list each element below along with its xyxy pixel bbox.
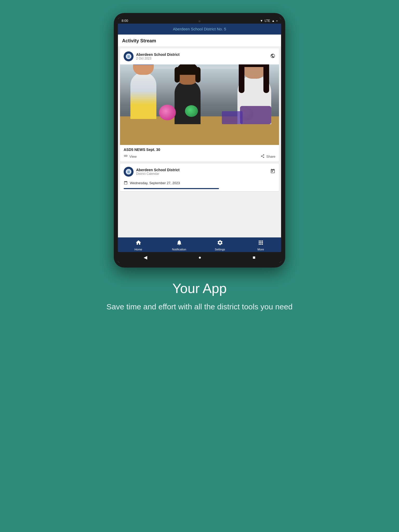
scene bbox=[120, 64, 279, 145]
bottom-title: Your App bbox=[107, 281, 293, 296]
post1-avatar bbox=[124, 51, 134, 61]
bottom-nav: Home Notification Settings bbox=[118, 237, 281, 252]
post2-event-row: Wednesday, September 27, 2023 bbox=[120, 180, 279, 186]
post2-org: Aberdeen School District bbox=[136, 168, 268, 172]
link-icon bbox=[124, 154, 128, 159]
back-button[interactable]: ◀ bbox=[144, 255, 147, 260]
post-card-1: Aberdeen School District 2 Oct 2023 bbox=[120, 48, 279, 162]
android-nav: ◀ ● ■ bbox=[118, 252, 281, 263]
signal-icon: ▲ bbox=[272, 19, 275, 23]
app-title: Aberdeen School District No. 5 bbox=[173, 27, 226, 31]
post2-meta: Aberdeen School District District Calend… bbox=[136, 168, 268, 176]
view-label: View bbox=[129, 155, 137, 158]
post1-date: 2 Oct 2023 bbox=[136, 57, 268, 60]
time-display: 8:00 bbox=[122, 19, 128, 23]
nav-more[interactable]: More bbox=[240, 240, 281, 251]
nav-notification[interactable]: Notification bbox=[159, 240, 200, 251]
post1-org: Aberdeen School District bbox=[136, 52, 268, 57]
nav-home[interactable]: Home bbox=[118, 240, 159, 251]
wifi-icon: ▼ bbox=[260, 19, 263, 23]
post1-image bbox=[120, 64, 279, 145]
notification-label: Notification bbox=[172, 248, 186, 251]
post2-header: Aberdeen School District District Calend… bbox=[120, 164, 279, 180]
share-button[interactable]: Share bbox=[261, 154, 275, 159]
post2-avatar bbox=[124, 167, 134, 177]
globe-icon bbox=[270, 53, 275, 58]
share-icon bbox=[261, 154, 265, 159]
tablet-frame: 8:00 ▼ LTE ▲ ▪ Aberdeen School District … bbox=[114, 13, 285, 268]
post1-header: Aberdeen School District 2 Oct 2023 bbox=[120, 48, 279, 64]
content-area: Activity Stream Aberdeen School Distri bbox=[118, 35, 281, 237]
tablet-screen: 8:00 ▼ LTE ▲ ▪ Aberdeen School District … bbox=[118, 18, 281, 263]
post2-calendar-icon bbox=[270, 169, 275, 175]
post1-actions: View Share bbox=[124, 154, 275, 159]
nav-settings[interactable]: Settings bbox=[200, 240, 240, 251]
post-card-2: Aberdeen School District District Calend… bbox=[120, 164, 279, 191]
bottom-section: Your App Save time and effort with all t… bbox=[81, 281, 319, 312]
post2-sub: District Calendar bbox=[136, 172, 268, 176]
view-button[interactable]: View bbox=[124, 154, 137, 159]
feed: Aberdeen School District 2 Oct 2023 bbox=[118, 46, 281, 237]
more-label: More bbox=[257, 248, 264, 251]
post2-event-date: Wednesday, September 27, 2023 bbox=[130, 181, 180, 185]
home-label: Home bbox=[135, 248, 142, 251]
activity-stream-heading: Activity Stream bbox=[118, 35, 281, 46]
post1-type-icon bbox=[270, 53, 275, 60]
notification-icon bbox=[176, 240, 182, 247]
home-icon bbox=[135, 240, 142, 247]
post1-title: ASD5 NEWS Sept. 30 bbox=[124, 148, 275, 152]
recents-button[interactable]: ■ bbox=[252, 255, 255, 260]
calendar-mini-icon bbox=[124, 181, 128, 185]
lte-label: LTE bbox=[265, 19, 270, 23]
post1-meta: Aberdeen School District 2 Oct 2023 bbox=[136, 52, 268, 60]
settings-label: Settings bbox=[215, 248, 225, 251]
camera bbox=[198, 20, 201, 22]
bottom-subtitle: Save time and effort with all the distri… bbox=[107, 301, 293, 312]
app-header: Aberdeen School District No. 5 bbox=[118, 24, 281, 35]
post1-footer: ASD5 NEWS Sept. 30 View bbox=[120, 145, 279, 162]
more-icon bbox=[258, 240, 264, 247]
school-icon bbox=[125, 53, 132, 60]
home-button[interactable]: ● bbox=[198, 255, 201, 260]
settings-icon bbox=[217, 240, 223, 247]
battery-icon: ▪ bbox=[276, 19, 277, 23]
post2-school-icon bbox=[125, 168, 132, 175]
share-label: Share bbox=[266, 155, 275, 158]
